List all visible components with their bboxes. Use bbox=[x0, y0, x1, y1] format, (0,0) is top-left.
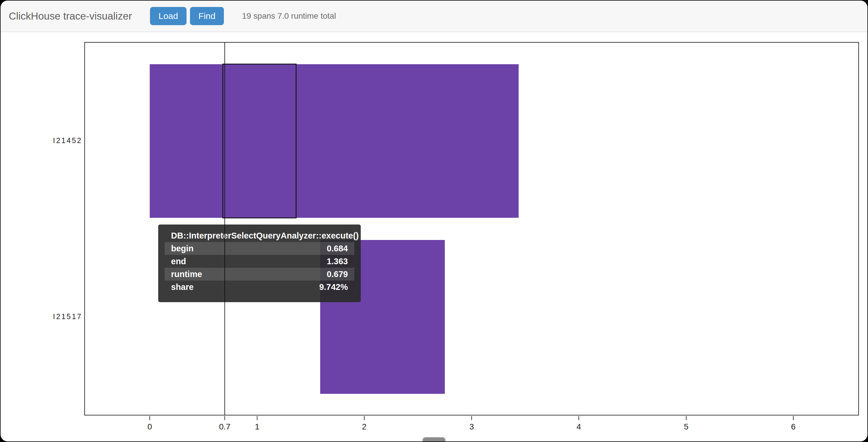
y-axis-label: I21452 bbox=[18, 136, 82, 145]
tooltip-row-label: runtime bbox=[171, 269, 202, 279]
app-header: ClickHouse trace-visualizer Load Find 19… bbox=[1, 1, 867, 32]
app-window: ClickHouse trace-visualizer Load Find 19… bbox=[1, 1, 867, 441]
page-title: ClickHouse trace-visualizer bbox=[9, 10, 132, 22]
x-axis-tick-label: 0.7 bbox=[212, 422, 238, 432]
load-button[interactable]: Load bbox=[150, 7, 186, 25]
tooltip-row-value: 9.742% bbox=[319, 282, 348, 292]
tooltip-row-label: end bbox=[171, 257, 186, 266]
x-axis-tick bbox=[471, 416, 472, 420]
cursor-crosshair-line bbox=[224, 42, 225, 415]
x-axis-tick bbox=[793, 416, 794, 420]
tooltip-row-label: share bbox=[171, 282, 193, 292]
x-axis-tick-label: 3 bbox=[459, 422, 485, 432]
x-axis-tick-label: 5 bbox=[673, 422, 699, 432]
span-tooltip: DB::InterpreterSelectQueryAnalyzer::exec… bbox=[158, 225, 361, 302]
span-bar[interactable] bbox=[150, 64, 519, 218]
x-axis-tick-label: 6 bbox=[780, 422, 806, 432]
tooltip-row-value: 1.363 bbox=[327, 257, 348, 266]
tooltip-row-label: begin bbox=[171, 244, 193, 254]
toolbar: Load Find bbox=[150, 7, 224, 25]
x-axis-tick-label: 0 bbox=[136, 422, 163, 432]
tooltip-row: end1.363 bbox=[165, 255, 354, 268]
x-axis-tick bbox=[579, 416, 579, 420]
x-axis-tick bbox=[149, 416, 150, 420]
x-axis-tick bbox=[364, 416, 365, 420]
tooltip-rows: begin0.684end1.363runtime0.679share9.742… bbox=[158, 242, 361, 293]
horizontal-scrollbar-thumb[interactable] bbox=[422, 437, 446, 441]
x-axis-tick-label: 4 bbox=[566, 422, 592, 432]
y-axis-label: I21517 bbox=[18, 313, 82, 321]
hovered-span-outline bbox=[222, 64, 297, 218]
tooltip-row: begin0.684 bbox=[165, 242, 354, 255]
trace-chart: DB::InterpreterSelectQueryAnalyzer::exec… bbox=[1, 32, 867, 441]
find-button[interactable]: Find bbox=[190, 7, 224, 25]
x-axis-tick bbox=[257, 416, 257, 420]
x-axis-tick-label: 1 bbox=[244, 422, 270, 432]
x-axis-tick bbox=[686, 416, 686, 420]
trace-summary-text: 19 spans 7.0 runtime total bbox=[242, 11, 336, 21]
x-axis-tick bbox=[224, 416, 225, 420]
x-axis-tick-label: 2 bbox=[351, 422, 377, 432]
tooltip-title: DB::InterpreterSelectQueryAnalyzer::exec… bbox=[171, 229, 361, 242]
tooltip-row: runtime0.679 bbox=[165, 268, 354, 281]
tooltip-row-value: 0.684 bbox=[327, 244, 348, 254]
tooltip-row: share9.742% bbox=[165, 281, 354, 293]
tooltip-row-value: 0.679 bbox=[327, 269, 348, 279]
